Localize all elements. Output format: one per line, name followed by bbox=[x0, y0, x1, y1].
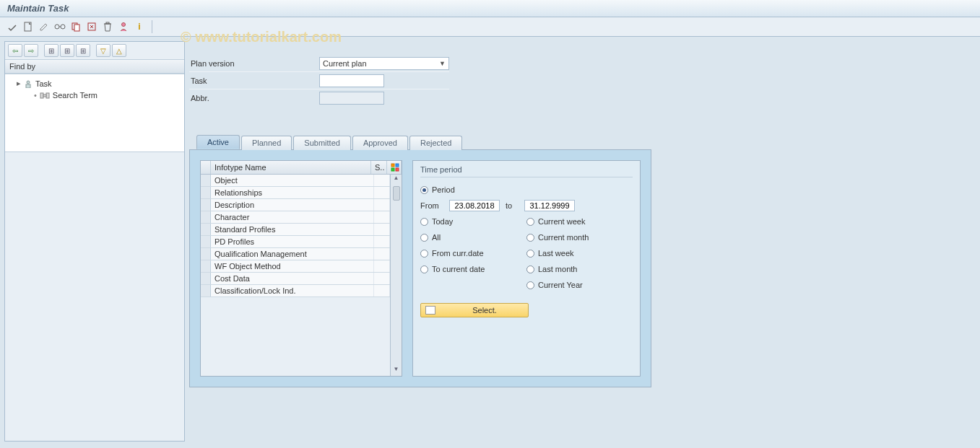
tree-btn-1-icon[interactable]: ⊞ bbox=[44, 44, 58, 57]
radio-current-year[interactable] bbox=[526, 281, 534, 289]
scroll-thumb[interactable] bbox=[393, 186, 400, 201]
from-label: From bbox=[420, 201, 443, 210]
tab-approved[interactable]: Approved bbox=[352, 136, 408, 150]
th-status[interactable]: S.. bbox=[371, 161, 387, 174]
input-task[interactable] bbox=[319, 74, 384, 87]
tree-btn-3-icon[interactable]: ⊞ bbox=[76, 44, 90, 57]
tree-root-task[interactable]: ▸ Task bbox=[5, 77, 184, 89]
radio-from-curr-date[interactable] bbox=[420, 250, 428, 258]
svg-rect-14 bbox=[43, 95, 46, 97]
th-selector bbox=[201, 161, 211, 174]
content-area: ⇦ ⇨ ⊞ ⊞ ⊞ ▽ △ Find by ▸ Task • bbox=[0, 37, 980, 446]
copy-icon[interactable] bbox=[69, 20, 82, 33]
radio-last-month[interactable] bbox=[526, 265, 534, 273]
tree-child-search[interactable]: • Search Term bbox=[5, 89, 184, 101]
time-period-title: Time period bbox=[420, 165, 633, 177]
expand-icon[interactable]: ▽ bbox=[96, 44, 110, 57]
bullet-icon: • bbox=[34, 91, 37, 100]
nav-forward-icon[interactable]: ⇨ bbox=[24, 44, 38, 57]
svg-rect-13 bbox=[46, 93, 49, 98]
collapse-icon[interactable]: △ bbox=[112, 44, 126, 57]
table-row[interactable]: Relationships bbox=[201, 187, 390, 199]
radio-current-week[interactable] bbox=[526, 218, 534, 226]
radio-label: Current week bbox=[538, 217, 585, 226]
radio-period[interactable] bbox=[420, 186, 428, 194]
window-title: Maintain Task bbox=[0, 0, 980, 17]
tab-submitted[interactable]: Submitted bbox=[293, 136, 351, 150]
scroll-down-icon[interactable]: ▼ bbox=[391, 366, 402, 376]
input-abbr bbox=[319, 92, 384, 105]
tab-rejected[interactable]: Rejected bbox=[409, 136, 462, 150]
person-icon[interactable] bbox=[117, 20, 130, 33]
combo-plan-version[interactable]: Current plan ▼ bbox=[319, 57, 449, 70]
tab-planned[interactable]: Planned bbox=[241, 136, 292, 150]
glasses-icon[interactable] bbox=[53, 20, 66, 33]
th-configure-icon[interactable] bbox=[387, 161, 402, 174]
from-date-input[interactable] bbox=[449, 200, 500, 211]
to-date-input[interactable] bbox=[524, 200, 575, 211]
svg-point-10 bbox=[27, 81, 30, 84]
table-row[interactable]: Cost Data bbox=[201, 273, 390, 285]
row-plan-version: Plan version Current plan ▼ bbox=[189, 56, 976, 71]
spacer bbox=[92, 44, 95, 57]
sidebar-toolbar: ⇦ ⇨ ⊞ ⊞ ⊞ ▽ △ bbox=[5, 42, 184, 60]
label-task: Task bbox=[189, 76, 319, 85]
tool-icon[interactable] bbox=[6, 20, 19, 33]
radio-label: Today bbox=[432, 217, 453, 226]
table-header-row: Infotype Name S.. bbox=[201, 161, 402, 175]
radio-today[interactable] bbox=[420, 218, 428, 226]
row-task: Task bbox=[189, 73, 976, 89]
th-infotype-name[interactable]: Infotype Name bbox=[211, 161, 371, 174]
radio-label: Current Year bbox=[538, 281, 583, 289]
period-options-grid: Today Current week All Current month Fro… bbox=[420, 214, 633, 293]
cell-infotype: Object bbox=[211, 175, 374, 186]
info-icon[interactable]: i bbox=[133, 20, 146, 33]
table-row[interactable]: Character bbox=[201, 211, 390, 224]
select-doc-icon bbox=[425, 306, 435, 315]
cell-infotype: Cost Data bbox=[211, 273, 374, 284]
tree-root-label: Task bbox=[35, 79, 52, 88]
radio-period-label: Period bbox=[432, 185, 455, 194]
table-row[interactable]: PD Profiles bbox=[201, 236, 390, 248]
radio-to-current-date[interactable] bbox=[420, 265, 428, 273]
trash-icon[interactable] bbox=[101, 20, 114, 33]
table-row[interactable]: Object bbox=[201, 175, 390, 187]
radio-last-week[interactable] bbox=[526, 250, 534, 258]
task-icon bbox=[24, 79, 32, 88]
tree-btn-2-icon[interactable]: ⊞ bbox=[60, 44, 74, 57]
vertical-scrollbar[interactable]: ▲ ▼ bbox=[390, 175, 402, 376]
delimit-icon[interactable] bbox=[85, 20, 98, 33]
main-panel: Plan version Current plan ▼ Task Abbr. A… bbox=[189, 41, 976, 442]
table-row[interactable]: Classification/Lock Ind. bbox=[201, 285, 390, 297]
radio-label: Last month bbox=[538, 265, 577, 273]
svg-rect-15 bbox=[391, 164, 394, 167]
label-plan-version: Plan version bbox=[189, 59, 319, 68]
cell-infotype: Description bbox=[211, 199, 374, 211]
svg-rect-5 bbox=[74, 25, 79, 31]
radio-current-month[interactable] bbox=[526, 234, 534, 242]
table-row[interactable]: WF Object Method bbox=[201, 260, 390, 273]
scroll-up-icon[interactable]: ▲ bbox=[391, 175, 402, 185]
tab-active[interactable]: Active bbox=[196, 135, 240, 149]
tabs-header: Active Planned Submitted Approved Reject… bbox=[196, 135, 976, 149]
sidebar: ⇦ ⇨ ⊞ ⊞ ⊞ ▽ △ Find by ▸ Task • bbox=[4, 41, 185, 442]
form-separator bbox=[189, 89, 449, 89]
combo-value: Current plan bbox=[323, 59, 367, 68]
radio-period-row: Period bbox=[420, 182, 633, 198]
table-row[interactable]: Standard Profiles bbox=[201, 224, 390, 236]
radio-all[interactable] bbox=[420, 234, 428, 242]
to-label: to bbox=[506, 201, 519, 210]
radio-label: All bbox=[432, 233, 441, 242]
time-period-group: Time period Period From to Today Current… bbox=[412, 160, 641, 377]
pencil-icon[interactable] bbox=[38, 20, 51, 33]
cell-infotype: Relationships bbox=[211, 187, 374, 198]
table-row[interactable]: Description bbox=[201, 199, 390, 211]
table-row[interactable]: Qualification Management bbox=[201, 248, 390, 260]
toolbar-separator bbox=[152, 20, 152, 33]
sidebar-lower-panel bbox=[5, 155, 184, 441]
infotype-table: Infotype Name S.. Object Relationships D… bbox=[200, 160, 402, 377]
new-doc-icon[interactable] bbox=[22, 20, 35, 33]
expand-arrow-icon[interactable]: ▸ bbox=[17, 79, 21, 88]
select-button[interactable]: Select. bbox=[420, 303, 529, 317]
nav-back-icon[interactable]: ⇦ bbox=[8, 44, 22, 57]
